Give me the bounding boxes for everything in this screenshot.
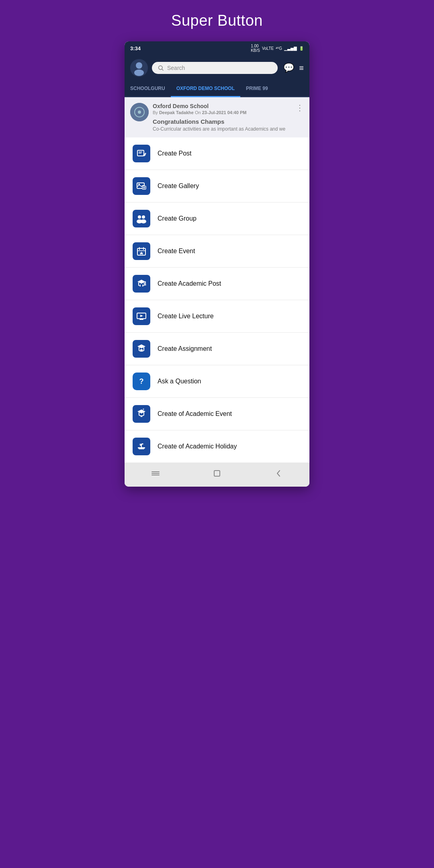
ask-question-label: Ask a Question bbox=[158, 378, 201, 385]
create-group-icon bbox=[136, 213, 147, 224]
create-gallery-label: Create Gallery bbox=[158, 182, 199, 190]
create-academic-event-icon-box bbox=[133, 405, 150, 423]
bottom-nav bbox=[125, 463, 309, 487]
search-icon bbox=[158, 65, 164, 71]
create-live-lecture-icon bbox=[136, 311, 147, 322]
post-author: Deepak Tadakhe bbox=[159, 110, 194, 115]
status-right: 1.00KB/S VoLTE ⁴⁶G ▁▃▅▇ 🔋 bbox=[251, 44, 304, 53]
create-academic-post-icon bbox=[136, 278, 147, 289]
svg-rect-35 bbox=[140, 349, 143, 351]
post-title: Congratulations Champs bbox=[153, 118, 292, 125]
message-icon[interactable]: 💬 bbox=[283, 63, 294, 73]
status-time: 3:34 bbox=[130, 45, 141, 51]
more-options-icon[interactable]: ⋮ bbox=[296, 103, 304, 113]
menu-item-create-event[interactable]: Create Event bbox=[125, 235, 309, 268]
app-bar-icons: 💬 ≡ bbox=[283, 63, 304, 73]
create-post-label: Create Post bbox=[158, 150, 191, 157]
bottom-nav-back-arrow[interactable] bbox=[273, 468, 284, 481]
create-assignment-icon bbox=[136, 343, 147, 354]
create-live-lecture-icon-box bbox=[133, 307, 150, 325]
menu-item-create-academic-holiday[interactable]: Create of Academic Holiday bbox=[125, 430, 309, 463]
create-academic-post-label: Create Academic Post bbox=[158, 280, 221, 287]
create-academic-event-icon bbox=[136, 408, 147, 420]
menu-item-create-live-lecture[interactable]: Create Live Lecture bbox=[125, 300, 309, 333]
page-wrapper: Super Button 3:34 1.00KB/S VoLTE ⁴⁶G ▁▃▅… bbox=[108, 0, 326, 503]
svg-point-7 bbox=[138, 111, 141, 114]
create-gallery-icon-box bbox=[133, 177, 150, 195]
ask-question-icon-box: ? bbox=[133, 373, 150, 390]
bottom-nav-back[interactable] bbox=[150, 468, 161, 481]
svg-rect-27 bbox=[141, 284, 142, 287]
create-assignment-label: Create Assignment bbox=[158, 345, 212, 352]
tab-oxford[interactable]: OXFORD DEMO SCHOOL bbox=[171, 81, 240, 97]
menu-item-ask-question[interactable]: ? Ask a Question bbox=[125, 365, 309, 398]
create-academic-holiday-icon-box bbox=[133, 438, 150, 455]
create-academic-post-icon-box bbox=[133, 275, 150, 293]
phone-frame: 3:34 1.00KB/S VoLTE ⁴⁶G ▁▃▅▇ 🔋 bbox=[125, 41, 309, 487]
svg-point-1 bbox=[136, 62, 142, 69]
school-avatar bbox=[130, 103, 149, 121]
post-card: Oxford Demo School By Deepak Tadakhe On … bbox=[125, 97, 309, 137]
post-info: Oxford Demo School By Deepak Tadakhe On … bbox=[153, 103, 292, 132]
svg-point-17 bbox=[142, 215, 145, 219]
status-volte: VoLTE bbox=[262, 46, 274, 51]
tab-prime99[interactable]: PRIME 99 bbox=[240, 81, 274, 96]
search-text: Search bbox=[167, 65, 185, 71]
status-4g: ⁴⁶G bbox=[276, 46, 282, 51]
status-bar: 3:34 1.00KB/S VoLTE ⁴⁶G ▁▃▅▇ 🔋 bbox=[125, 41, 309, 55]
create-post-icon-box bbox=[133, 145, 150, 162]
create-academic-event-label: Create of Academic Event bbox=[158, 410, 232, 418]
create-group-label: Create Group bbox=[158, 215, 197, 222]
svg-rect-47 bbox=[214, 471, 220, 476]
svg-marker-39 bbox=[140, 415, 143, 418]
create-post-icon bbox=[136, 148, 147, 159]
post-body: Co-Curricular activities are as importan… bbox=[153, 126, 292, 132]
svg-point-29 bbox=[145, 285, 146, 286]
menu-item-create-group[interactable]: Create Group bbox=[125, 203, 309, 235]
post-date: 23-Jul-2021 04:40 PM bbox=[202, 110, 247, 115]
battery-icon: 🔋 bbox=[299, 46, 304, 51]
menu-item-create-post[interactable]: Create Post bbox=[125, 137, 309, 170]
menu-icon[interactable]: ≡ bbox=[299, 63, 304, 73]
user-avatar[interactable] bbox=[130, 59, 148, 77]
search-bar[interactable]: Search bbox=[152, 62, 278, 74]
svg-point-16 bbox=[138, 215, 141, 219]
create-live-lecture-label: Create Live Lecture bbox=[158, 313, 214, 320]
menu-item-create-assignment[interactable]: Create Assignment bbox=[125, 333, 309, 365]
bottom-nav-home[interactable] bbox=[212, 468, 222, 481]
create-academic-holiday-label: Create of Academic Holiday bbox=[158, 443, 237, 450]
signal-icon: ▁▃▅▇ bbox=[284, 46, 297, 51]
menu-item-create-gallery[interactable]: Create Gallery bbox=[125, 170, 309, 203]
create-event-icon bbox=[136, 246, 147, 257]
ask-question-icon: ? bbox=[136, 376, 147, 387]
svg-line-4 bbox=[162, 69, 163, 70]
svg-marker-31 bbox=[140, 315, 143, 317]
tabs-row: SCHOOLGURU OXFORD DEMO SCHOOL PRIME 99 bbox=[125, 81, 309, 97]
svg-marker-40 bbox=[143, 408, 144, 410]
menu-list: Create Post Create Gallery bbox=[125, 137, 309, 463]
svg-marker-24 bbox=[139, 252, 143, 255]
post-school-name: Oxford Demo School bbox=[153, 103, 292, 109]
create-assignment-icon-box bbox=[133, 340, 150, 358]
post-meta: By Deepak Tadakhe On 23-Jul-2021 04:40 P… bbox=[153, 110, 292, 115]
page-title: Super Button bbox=[171, 12, 263, 29]
create-event-label: Create Event bbox=[158, 248, 195, 255]
create-event-icon-box bbox=[133, 242, 150, 260]
tab-schoolguru[interactable]: SCHOOLGURU bbox=[125, 81, 171, 96]
menu-item-create-academic-post[interactable]: Create Academic Post bbox=[125, 268, 309, 300]
svg-point-19 bbox=[141, 219, 146, 223]
create-group-icon-box bbox=[133, 210, 150, 227]
status-kb: 1.00KB/S bbox=[251, 44, 260, 53]
create-academic-holiday-icon bbox=[136, 441, 147, 452]
svg-text:?: ? bbox=[139, 377, 144, 385]
app-bar: Search 💬 ≡ bbox=[125, 55, 309, 81]
create-gallery-icon bbox=[136, 180, 147, 192]
svg-rect-42 bbox=[139, 448, 144, 449]
menu-item-create-academic-event[interactable]: Create of Academic Event bbox=[125, 398, 309, 430]
svg-point-2 bbox=[134, 70, 144, 76]
